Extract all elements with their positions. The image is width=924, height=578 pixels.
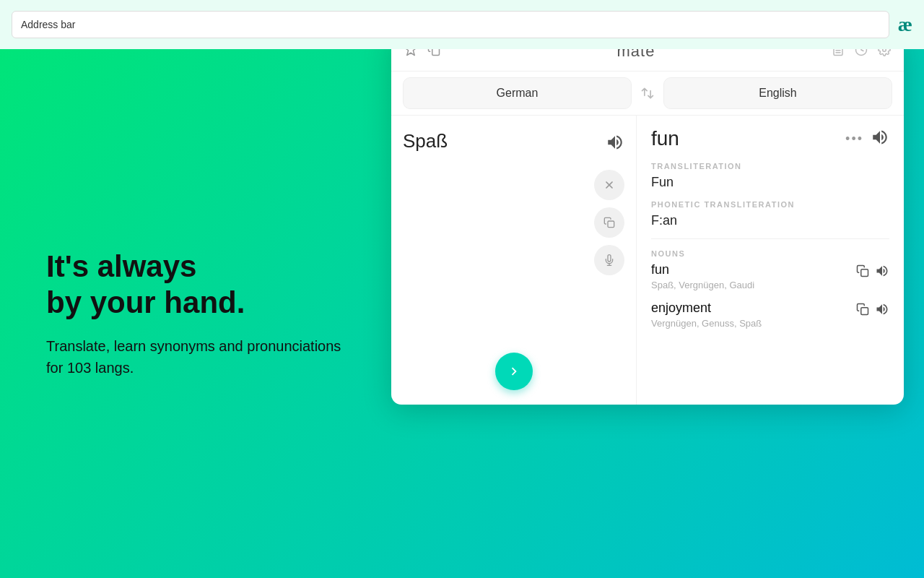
translation-word-row: fun ••• — [651, 127, 889, 150]
noun-entry: fun Spaß, Vergnügen, Gaudi — [651, 262, 889, 290]
popup-container: mate — [391, 20, 904, 405]
nouns-label: NOUNS — [651, 249, 889, 258]
popup-body: Spaß — [391, 116, 904, 405]
popup: mate — [391, 32, 904, 405]
copy-source-button[interactable] — [594, 207, 624, 238]
target-language-button[interactable]: English — [663, 77, 892, 109]
translation-sound-icon[interactable] — [871, 128, 889, 150]
svg-rect-10 — [861, 269, 868, 277]
source-word-row: Spaß — [403, 130, 624, 155]
address-bar[interactable]: Address bar — [12, 11, 889, 38]
address-bar-text: Address bar — [21, 19, 75, 30]
svg-rect-11 — [861, 308, 868, 315]
source-word-text: Spaß — [403, 130, 448, 152]
transliteration-value: Fun — [651, 175, 889, 190]
tagline: It's always by your hand. Translate, lea… — [46, 249, 349, 379]
noun-copy-icon[interactable] — [856, 264, 869, 280]
source-actions — [403, 170, 624, 275]
phonetic-value: F:an — [651, 213, 889, 228]
source-panel: Spaß — [391, 116, 637, 405]
transliteration-label: TRANSLITERATION — [651, 162, 889, 171]
noun-entry: enjoyment Vergnügen, Genuss, Spaß — [651, 301, 889, 329]
translation-panel: fun ••• TRANSLITERATION Fun PHONETIC TRA — [637, 116, 904, 405]
source-sound-icon[interactable] — [606, 133, 624, 155]
divider — [651, 238, 889, 239]
noun-synonyms: Spaß, Vergnügen, Gaudi — [651, 280, 754, 290]
translation-word: fun — [651, 127, 679, 150]
noun-icons — [856, 264, 889, 281]
noun-word: fun — [651, 262, 754, 277]
tagline-sub: Translate, learn synonyms and pronunciat… — [46, 335, 349, 379]
ae-logo: æ — [898, 13, 912, 36]
tagline-main: It's always by your hand. — [46, 249, 349, 322]
noun-sound-icon[interactable] — [875, 264, 889, 281]
svg-rect-7 — [608, 221, 614, 228]
nouns-container: fun Spaß, Vergnügen, Gaudi — [651, 262, 889, 329]
language-bar: German English — [391, 72, 904, 116]
microphone-button[interactable] — [594, 245, 624, 275]
translation-actions: ••• — [845, 128, 889, 150]
noun-sound-icon[interactable] — [875, 302, 889, 319]
phonetic-label: PHONETIC TRANSLITERATION — [651, 200, 889, 209]
noun-copy-icon[interactable] — [856, 303, 869, 319]
language-swap-button[interactable] — [632, 86, 663, 100]
translate-button[interactable] — [495, 353, 533, 390]
noun-icons — [856, 302, 889, 319]
source-language-button[interactable]: German — [403, 77, 632, 109]
clear-button[interactable] — [594, 170, 624, 200]
browser-bar: Address bar æ — [0, 0, 924, 49]
noun-synonyms: Vergnügen, Genuss, Spaß — [651, 318, 762, 329]
noun-word: enjoyment — [651, 301, 762, 316]
more-options-button[interactable]: ••• — [845, 131, 863, 147]
